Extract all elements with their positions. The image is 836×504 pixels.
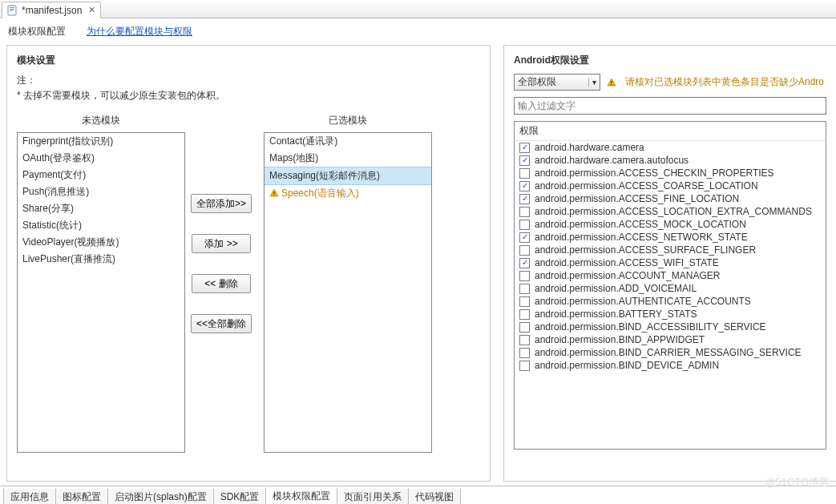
permission-item[interactable]: android.permission.ACCESS_LOCATION_EXTRA… xyxy=(515,205,826,218)
page-title: 模块权限配置 xyxy=(8,25,66,38)
permission-label: android.permission.ACCESS_COARSE_LOCATIO… xyxy=(535,180,758,192)
permission-listbox[interactable]: 权限 android.hardware.cameraandroid.hardwa… xyxy=(514,121,826,450)
json-file-icon xyxy=(7,5,18,16)
list-item[interactable]: VideoPlayer(视频播放) xyxy=(18,234,184,251)
checkbox[interactable] xyxy=(519,284,530,294)
bottom-tab[interactable]: 图标配置 xyxy=(55,488,108,504)
permission-label: android.permission.ACCESS_LOCATION_EXTRA… xyxy=(535,206,812,217)
close-tab-icon[interactable]: ✕ xyxy=(88,5,95,15)
permission-filter-select[interactable]: 全部权限 ▾ xyxy=(514,74,600,91)
note-text: * 去掉不需要模块，可以减少原生安装包的体积。 xyxy=(17,89,480,103)
permission-label: android.permission.BIND_CARRIER_MESSAGIN… xyxy=(535,347,802,358)
permission-item[interactable]: android.permission.BIND_CARRIER_MESSAGIN… xyxy=(515,346,826,359)
permission-filter-input[interactable] xyxy=(514,97,826,115)
permission-label: android.permission.BIND_APPWIDGET xyxy=(535,334,705,345)
svg-rect-6 xyxy=(611,81,612,83)
svg-rect-1 xyxy=(10,7,14,8)
checkbox[interactable] xyxy=(519,194,530,204)
checkbox[interactable] xyxy=(519,143,530,153)
checkbox[interactable] xyxy=(519,232,530,243)
subheader: 模块权限配置 为什么要配置模块与权限 xyxy=(0,18,836,45)
bottom-tab[interactable]: 应用信息 xyxy=(3,488,56,504)
list-item[interactable]: Maps(地图) xyxy=(265,150,431,167)
permission-label: android.permission.AUTHENTICATE_ACCOUNTS xyxy=(535,296,751,307)
permission-item[interactable]: android.permission.BIND_DEVICE_ADMIN xyxy=(515,359,826,372)
remove-button[interactable]: << 删除 xyxy=(192,274,251,293)
permission-label: android.permission.ACCESS_MOCK_LOCATION xyxy=(535,219,746,230)
remove-all-button[interactable]: <<全部删除 xyxy=(191,314,252,333)
bottom-tab[interactable]: 启动图片(splash)配置 xyxy=(107,488,214,504)
module-settings-panel: 模块设置 注： * 去掉不需要模块，可以减少原生安装包的体积。 未选模块 Fin… xyxy=(6,45,491,482)
permission-item[interactable]: android.permission.ACCESS_COARSE_LOCATIO… xyxy=(515,179,826,192)
permission-label: android.permission.BATTERY_STATS xyxy=(535,308,697,320)
note-label: 注： xyxy=(17,74,480,87)
permission-item[interactable]: android.permission.ACCESS_SURFACE_FLINGE… xyxy=(515,244,826,256)
list-item[interactable]: Statistic(统计) xyxy=(18,217,184,234)
list-item[interactable]: Messaging(短彩邮件消息) xyxy=(265,167,431,185)
permission-label: android.permission.BIND_ACCESSIBILITY_SE… xyxy=(535,321,766,333)
permission-item[interactable]: android.permission.ACCESS_WIFI_STATE xyxy=(515,256,826,269)
checkbox[interactable] xyxy=(519,155,530,166)
android-permissions-panel: Android权限设置 全部权限 ▾ 请核对已选模块列表中黄色条目是否缺少And… xyxy=(503,45,836,482)
permission-header: 权限 xyxy=(515,122,826,141)
permission-item[interactable]: android.permission.BIND_ACCESSIBILITY_SE… xyxy=(515,321,826,333)
unselected-title: 未选模块 xyxy=(82,114,120,127)
bottom-tab[interactable]: 页面引用关系 xyxy=(337,488,409,504)
checkbox[interactable] xyxy=(519,168,530,179)
permission-item[interactable]: android.permission.BATTERY_STATS xyxy=(515,308,826,321)
checkbox[interactable] xyxy=(519,258,530,268)
file-tab-manifest[interactable]: *manifest.json ✕ xyxy=(2,2,101,18)
checkbox[interactable] xyxy=(519,335,530,345)
list-item[interactable]: Contact(通讯录) xyxy=(265,133,431,150)
add-button[interactable]: 添加 >> xyxy=(192,234,251,253)
bottom-tab[interactable]: SDK配置 xyxy=(213,488,267,504)
add-all-button[interactable]: 全部添加>> xyxy=(191,194,252,213)
bottom-tabstrip: 应用信息图标配置启动图片(splash)配置SDK配置模块权限配置页面引用关系代… xyxy=(0,486,836,504)
checkbox[interactable] xyxy=(519,296,530,307)
permission-item[interactable]: android.permission.AUTHENTICATE_ACCOUNTS xyxy=(515,295,826,308)
list-item[interactable]: Speech(语音输入) xyxy=(265,185,431,202)
bottom-tab[interactable]: 代码视图 xyxy=(408,488,461,504)
checkbox[interactable] xyxy=(519,207,530,217)
file-tab-label: *manifest.json xyxy=(22,5,82,16)
permission-item[interactable]: android.permission.ADD_VOICEMAIL xyxy=(515,282,826,295)
list-item[interactable]: Fingerprint(指纹识别) xyxy=(18,133,184,150)
list-item[interactable]: Payment(支付) xyxy=(18,167,184,183)
checkbox[interactable] xyxy=(519,181,530,192)
svg-rect-4 xyxy=(273,192,274,194)
permission-label: android.hardware.camera xyxy=(535,142,644,153)
permission-label: android.permission.ADD_VOICEMAIL xyxy=(535,283,697,294)
permission-item[interactable]: android.permission.ACCESS_NETWORK_STATE xyxy=(515,231,826,244)
selected-listbox[interactable]: Contact(通讯录)Maps(地图)Messaging(短彩邮件消息)Spe… xyxy=(264,132,432,453)
help-link[interactable]: 为什么要配置模块与权限 xyxy=(87,25,192,38)
permission-item[interactable]: android.hardware.camera.autofocus xyxy=(515,154,826,167)
permission-item[interactable]: android.permission.ACCOUNT_MANAGER xyxy=(515,269,826,282)
permission-item[interactable]: android.permission.ACCESS_MOCK_LOCATION xyxy=(515,218,826,231)
list-item[interactable]: Share(分享) xyxy=(18,200,184,217)
permission-item[interactable]: android.permission.ACCESS_FINE_LOCATION xyxy=(515,192,826,205)
svg-rect-2 xyxy=(10,9,14,10)
checkbox[interactable] xyxy=(519,348,530,358)
permission-item[interactable]: android.permission.BIND_APPWIDGET xyxy=(515,333,826,346)
checkbox[interactable] xyxy=(519,271,530,281)
permission-item[interactable]: android.permission.ACCESS_CHECKIN_PROPER… xyxy=(515,167,826,179)
checkbox[interactable] xyxy=(519,309,530,320)
permission-label: android.permission.ACCESS_WIFI_STATE xyxy=(535,257,719,268)
warning-text: 请核对已选模块列表中黄色条目是否缺少Andro xyxy=(625,75,824,89)
list-item[interactable]: Push(消息推送) xyxy=(18,183,184,200)
permission-item[interactable]: android.hardware.camera xyxy=(515,141,826,154)
unselected-listbox[interactable]: Fingerprint(指纹识别)OAuth(登录鉴权)Payment(支付)P… xyxy=(17,132,185,453)
checkbox[interactable] xyxy=(519,322,530,333)
checkbox[interactable] xyxy=(519,361,530,371)
list-item[interactable]: OAuth(登录鉴权) xyxy=(18,150,184,167)
selected-title: 已选模块 xyxy=(329,114,367,127)
checkbox[interactable] xyxy=(519,245,530,256)
list-item[interactable]: LivePusher(直播推流) xyxy=(18,251,184,268)
permission-label: android.permission.ACCESS_FINE_LOCATION xyxy=(535,193,739,204)
warning-icon xyxy=(607,78,616,87)
checkbox[interactable] xyxy=(519,220,530,230)
warning-icon xyxy=(269,188,279,198)
bottom-tab[interactable]: 模块权限配置 xyxy=(265,487,337,504)
permission-label: android.permission.ACCESS_CHECKIN_PROPER… xyxy=(535,167,774,179)
permission-label: android.permission.ACCOUNT_MANAGER xyxy=(535,270,720,281)
